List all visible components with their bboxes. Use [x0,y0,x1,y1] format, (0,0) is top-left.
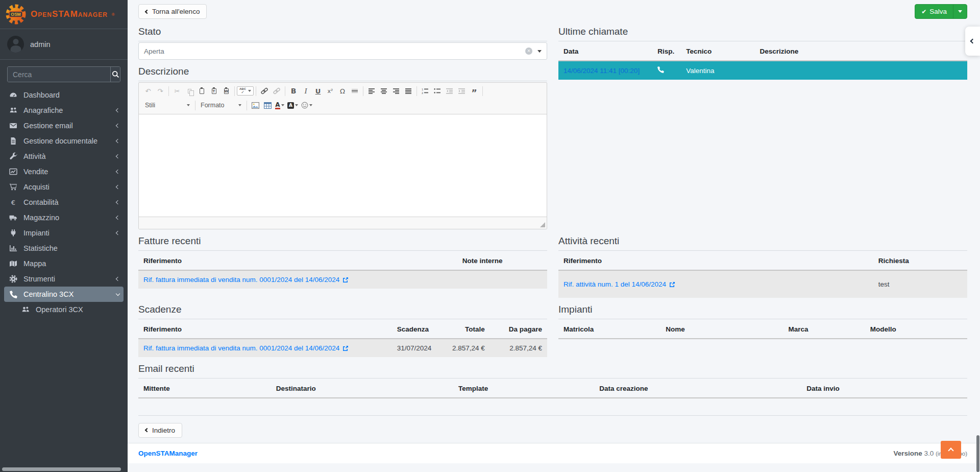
search-button[interactable] [110,67,120,82]
save-dropdown-toggle[interactable] [953,5,967,18]
sidebar-item-label: Vendite [23,168,48,176]
back-button[interactable]: Indietro [138,423,182,438]
email-recenti-title: Email recenti [138,363,967,374]
scroll-to-top-button[interactable] [941,441,961,459]
call-row[interactable]: 14/06/2024 11:41 [00:20] Valentina [558,61,967,80]
sidebar-item-mappa[interactable]: Mappa [0,256,128,271]
sidebar-item-contabilita[interactable]: € Contabilità [0,195,128,210]
chevron-left-icon [145,428,149,432]
italic-button[interactable]: I [300,85,312,97]
column-header: Tecnico [681,42,754,61]
align-left-button[interactable] [365,85,378,97]
format-dropdown[interactable]: Formato [198,101,244,110]
align-center-button[interactable] [378,85,390,97]
special-char-button[interactable]: Ω [336,85,349,97]
column-header: Data [558,42,652,61]
svg-text:€: € [11,199,15,206]
euro-icon: € [8,198,18,206]
svg-text:1: 1 [422,88,423,91]
text-color-button[interactable]: A [274,99,286,111]
sidebar-item-attivita[interactable]: Attività [0,149,128,164]
sidebar-item-dashboard[interactable]: Dashboard [0,87,128,103]
image-icon [252,102,259,109]
blockquote-button[interactable]: ” [468,85,480,97]
column-header: Note interne [457,252,547,270]
wrench-icon [8,152,18,160]
footer-brand-link[interactable]: OpenSTAManager [138,450,198,457]
sidebar-item-vendite[interactable]: Vendite [0,164,128,179]
styles-dropdown[interactable]: Stili [142,101,193,110]
vertical-scrollbar-thumb[interactable] [976,435,979,472]
phone-answered-icon [657,66,664,73]
sidebar-item-magazzino[interactable]: Magazzino [0,210,128,225]
link-button[interactable] [258,85,271,97]
chevron-down-icon [116,291,120,295]
outdent-button[interactable] [444,85,456,97]
bold-button[interactable]: B [287,85,300,97]
save-button[interactable]: ✔ Salva [915,5,953,18]
editor-resize-bar[interactable] [139,217,547,229]
superscript-button[interactable]: x² [324,85,336,97]
search-input[interactable] [8,67,110,82]
right-panel-toggle[interactable] [965,27,980,56]
unlink-button[interactable] [271,85,283,97]
indent-button[interactable] [456,85,468,97]
sidebar-item-gestione-documentale[interactable]: Gestione documentale [0,133,128,149]
sidebar-item-statistiche[interactable]: Statistiche [0,241,128,256]
sidebar-item-label: Magazzino [23,214,59,222]
format-dropdown-label: Formato [201,102,225,109]
horizontal-scrollbar-thumb[interactable] [2,467,121,471]
sidebar-item-anagrafiche[interactable]: Anagrafiche [0,103,128,118]
chevron-up-icon [948,447,953,453]
paste-button[interactable] [195,85,208,97]
undo-button[interactable]: ↶ [142,85,154,97]
sidebar-item-gestione-email[interactable]: Gestione email [0,118,128,133]
align-justify-button[interactable] [402,85,414,97]
spellcheck-button[interactable]: ABC✓ [237,86,254,96]
horizontal-rule-button[interactable] [349,85,361,97]
column-header: Mittente [138,380,271,398]
sidebar-item-acquisti[interactable]: Acquisti [0,179,128,195]
column-header: Matricola [558,320,660,339]
redo-button[interactable]: ↷ [154,85,166,97]
scadenza-link[interactable]: Rif. fattura immediata di vendita num. 0… [143,344,349,352]
sidebar-item-label: Statistiche [23,244,58,252]
call-date-link[interactable]: 14/06/2024 11:41 [00:20] [564,67,640,75]
scadenza-data: 31/07/2024 [392,339,445,357]
cut-button[interactable]: ✂ [171,85,183,97]
smiley-button[interactable] [300,99,314,111]
copy-button[interactable] [183,85,195,97]
user-panel[interactable]: admin [0,29,128,60]
svg-text:OSM: OSM [11,12,20,17]
paste-as-text-button[interactable]: T [208,85,220,97]
osm-gear-logo-icon: OSM [5,4,27,25]
stato-select[interactable]: Aperta × [138,42,547,60]
attivita-recenti-title: Attività recenti [558,235,967,247]
sidebar-item-centralino-3cx[interactable]: Centralino 3CX [4,287,124,302]
chevron-left-icon [116,200,120,204]
paste-from-word-button[interactable]: W [220,85,232,97]
fattura-link[interactable]: Rif. fattura immediata di vendita num. 0… [143,276,349,284]
column-header: Scadenza [392,320,445,339]
caret-down-icon [537,50,542,53]
app-logo[interactable]: OSM OpenSTAManager ® [0,0,128,29]
attivita-link[interactable]: Rif. attività num. 1 del 14/06/2024 [564,280,675,288]
bullet-list-button[interactable] [431,85,444,97]
editor-content-area[interactable] [139,114,547,217]
fattura-note-interne [457,270,547,289]
sidebar-item-impianti[interactable]: Impianti [0,225,128,241]
align-right-button[interactable] [390,85,402,97]
underline-button[interactable]: U [312,85,324,97]
insert-table-button[interactable] [261,99,274,111]
sidebar-item-operatori-3cx[interactable]: Operatori 3CX [0,302,128,317]
divider [138,378,967,379]
truck-icon [8,214,18,222]
clear-selection-icon[interactable]: × [525,48,532,55]
attivita-riferimento: Rif. attività num. 1 del 14/06/2024 [564,280,666,288]
empty-row [138,398,967,415]
sidebar-item-strumenti[interactable]: Strumenti [0,271,128,287]
insert-image-button[interactable] [249,99,261,111]
numbered-list-button[interactable]: 12 [419,85,431,97]
back-to-list-button[interactable]: Torna all'elenco [138,4,207,19]
background-color-button[interactable]: A [286,99,300,111]
